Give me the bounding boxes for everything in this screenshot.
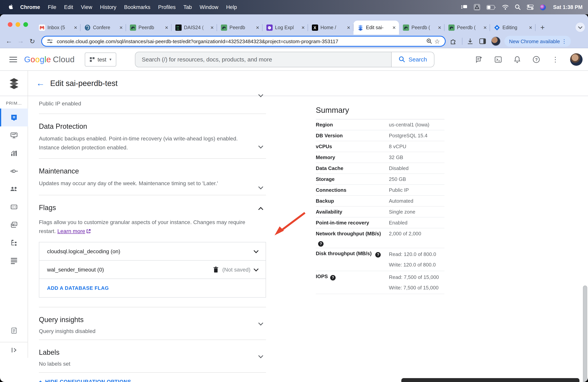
apple-logo-icon[interactable]: [9, 4, 14, 10]
help-icon[interactable]: ?: [376, 252, 381, 257]
tab-close-icon[interactable]: ✕: [528, 25, 533, 31]
add-database-flag-button[interactable]: ADD A DATABASE FLAG: [39, 279, 266, 297]
control-center-icon[interactable]: [527, 5, 534, 10]
sidebar-item-databases[interactable]: [0, 198, 28, 216]
menu-chrome[interactable]: Chrome: [16, 4, 44, 10]
tab-peerdb-4[interactable]: Peerdb ( ✕: [444, 21, 490, 35]
sidebar-item-replicas[interactable]: [0, 234, 28, 252]
sidebar-item-backups[interactable]: [0, 216, 28, 234]
tab-close-icon[interactable]: ✕: [255, 25, 260, 31]
menubar-app-icon[interactable]: [474, 4, 480, 11]
more-options-kebab-icon[interactable]: ⋮: [551, 55, 560, 64]
help-icon[interactable]: ?: [532, 55, 541, 64]
menu-history[interactable]: History: [96, 4, 120, 10]
sidebar-item-operations[interactable]: [0, 252, 28, 270]
sidebar-item-overview[interactable]: [0, 108, 28, 127]
menu-tab[interactable]: Tab: [179, 4, 196, 10]
wifi-icon[interactable]: [502, 5, 509, 10]
tab-search-chevron-button[interactable]: [576, 22, 585, 32]
site-settings-icon[interactable]: [46, 37, 54, 45]
sidebar-item-observability[interactable]: [0, 127, 28, 144]
tab-close-icon[interactable]: ✕: [392, 25, 397, 31]
menu-file[interactable]: File: [44, 4, 60, 10]
tab-peerdb-3[interactable]: Peerdb ( ✕: [399, 21, 444, 35]
tab-edit-sai-peerdb-test[interactable]: Edit sai- ✕: [354, 21, 399, 35]
expand-connections-chevron-icon[interactable]: [256, 91, 265, 100]
gcp-search-button[interactable]: Search: [392, 52, 434, 67]
menu-edit[interactable]: Edit: [60, 4, 77, 10]
expand-labels-chevron-icon[interactable]: [256, 352, 265, 361]
tab-close-icon[interactable]: ✕: [346, 25, 351, 31]
back-arrow-button[interactable]: ←: [36, 78, 45, 88]
tab-dais24[interactable]: DAIS DAIS24 ( ✕: [171, 21, 217, 35]
new-tab-button[interactable]: +: [537, 22, 548, 33]
notifications-bell-icon[interactable]: [513, 55, 522, 64]
project-selector[interactable]: test ▾: [85, 52, 116, 66]
cloud-shell-icon[interactable]: [494, 55, 503, 64]
browser-profile-avatar[interactable]: [491, 37, 501, 46]
help-icon[interactable]: ?: [330, 275, 336, 280]
sidebar-item-users[interactable]: [0, 180, 28, 198]
side-panel-icon[interactable]: [478, 37, 487, 46]
fullscreen-window-button[interactable]: [23, 22, 28, 27]
flag-row-logical-decoding[interactable]: cloudsql.logical_decoding (on): [39, 242, 266, 261]
address-bar[interactable]: ☆: [41, 36, 446, 47]
expand-maintenance-chevron-icon[interactable]: [256, 183, 265, 192]
sidebar-item-connections[interactable]: [0, 162, 28, 180]
hide-configuration-options-button[interactable]: HIDE CONFIGURATION OPTIONS: [39, 379, 266, 382]
siri-icon[interactable]: [540, 4, 546, 10]
flag-row-wal-sender-timeout[interactable]: wal_sender_timeout (0) (Not saved): [39, 261, 266, 279]
gcp-search-field[interactable]: [135, 52, 392, 67]
menu-profiles[interactable]: Profiles: [154, 4, 179, 10]
sidebar-item-query-insights[interactable]: [0, 144, 28, 162]
tab-close-icon[interactable]: ✕: [301, 25, 306, 31]
spotlight-icon[interactable]: [515, 4, 521, 10]
tab-editing[interactable]: Editing ✕: [490, 21, 536, 35]
tab-peerdb-1[interactable]: Peerdb ✕: [126, 21, 171, 35]
url-input[interactable]: [57, 38, 425, 44]
tab-close-icon[interactable]: ✕: [164, 25, 169, 31]
tab-close-icon[interactable]: ✕: [210, 25, 215, 31]
browser-menu-kebab-icon[interactable]: ⋮: [560, 38, 568, 44]
scrollbar-thumb[interactable]: [583, 286, 587, 382]
tab-close-icon[interactable]: ✕: [119, 25, 124, 31]
menu-help[interactable]: Help: [222, 4, 241, 10]
google-cloud-logo[interactable]: Google Cloud: [24, 55, 75, 64]
menu-bookmarks[interactable]: Bookmarks: [120, 4, 154, 10]
tab-x-home[interactable]: X Home / ✕: [308, 21, 354, 35]
bookmark-star-icon[interactable]: ☆: [433, 37, 441, 45]
close-window-button[interactable]: [8, 22, 12, 27]
gcp-search-input[interactable]: [142, 56, 385, 63]
chrome-update-pill[interactable]: New Chrome available ⋮: [504, 36, 571, 47]
delete-flag-trash-icon[interactable]: [213, 266, 218, 273]
sidebar-collapse-button[interactable]: [0, 342, 28, 358]
reload-button[interactable]: ↻: [27, 36, 37, 46]
expand-query-insights-chevron-icon[interactable]: [256, 319, 265, 328]
downloads-icon[interactable]: [465, 37, 475, 46]
tab-inbox[interactable]: Inbox (5 ✕: [35, 21, 81, 35]
help-icon[interactable]: ?: [318, 241, 324, 246]
gemini-assist-icon[interactable]: [475, 55, 483, 64]
sidebar-item-release-notes[interactable]: [0, 322, 28, 340]
nav-menu-button[interactable]: [6, 52, 20, 66]
menu-window[interactable]: Window: [196, 4, 222, 10]
flags-learn-more-link[interactable]: Learn more: [57, 228, 85, 234]
extensions-icon[interactable]: [449, 37, 458, 46]
menubar-clock[interactable]: Sat 1:38 PM: [553, 4, 583, 10]
collapse-flags-chevron-icon[interactable]: [256, 204, 265, 213]
tab-close-icon[interactable]: ✕: [437, 25, 442, 31]
tab-log-explorer[interactable]: Log Expl ✕: [262, 21, 308, 35]
tab-close-icon[interactable]: ✕: [73, 25, 78, 31]
account-avatar[interactable]: [570, 53, 583, 65]
zoom-icon[interactable]: [425, 37, 433, 45]
tab-peerdb-2[interactable]: Peerdb ✕: [217, 21, 262, 35]
summary-row-data-cache: Data CacheDisabled: [316, 163, 444, 174]
minimize-window-button[interactable]: [16, 22, 20, 27]
menu-view[interactable]: View: [77, 4, 96, 10]
tab-close-icon[interactable]: ✕: [483, 25, 488, 31]
stage-manager-icon[interactable]: [461, 4, 467, 10]
tab-conference[interactable]: Confere ✕: [81, 21, 126, 35]
back-button[interactable]: ←: [4, 36, 14, 46]
expand-data-protection-chevron-icon[interactable]: [256, 142, 265, 151]
expand-flag-chevron-icon[interactable]: [253, 266, 258, 271]
